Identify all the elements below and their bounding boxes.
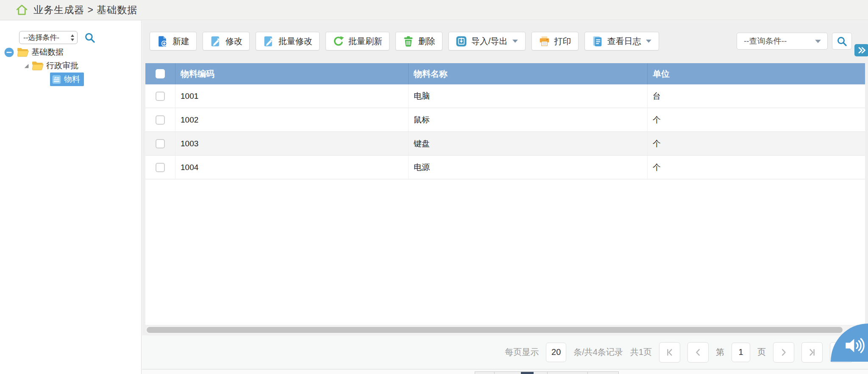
page-prefix-label: 第: [716, 346, 724, 358]
table-row[interactable]: 1003 键盘 个: [145, 132, 865, 156]
search-icon: [837, 36, 847, 47]
button-label: 删除: [418, 36, 435, 47]
table-row[interactable]: 1002 鼠标 个: [145, 108, 865, 132]
document-plus-icon: [157, 36, 168, 47]
refresh-icon: [333, 36, 344, 47]
tree-node-label: 基础数据: [31, 47, 64, 58]
button-label: 打印: [554, 36, 571, 47]
cell-unit: 个: [647, 132, 865, 155]
folder-open-icon: [32, 61, 44, 70]
prev-page-icon: [693, 348, 703, 357]
last-page-button[interactable]: [801, 342, 823, 363]
data-table: 物料编码 物料名称 单位 1001 电脑 台 1002 鼠标 个 1003 键盘…: [145, 63, 865, 325]
query-condition-select[interactable]: --查询条件--: [737, 33, 828, 50]
table-row[interactable]: 1004 电源 个: [145, 156, 865, 179]
expand-toolbar-button[interactable]: [854, 44, 868, 56]
records-label: 条/共4条记录: [573, 346, 623, 358]
import-export-icon: [456, 36, 467, 47]
row-checkbox[interactable]: [156, 115, 165, 125]
condition-select-value: --选择条件-: [23, 33, 59, 42]
batch-refresh-button[interactable]: 批量刷新: [326, 32, 389, 50]
toolbar: 新建 修改 批量修改 批量刷新: [150, 32, 852, 50]
tree-node-root[interactable]: 基础数据: [0, 45, 141, 59]
top-header: 业务生成器 > 基础数据: [0, 0, 868, 20]
button-label: 导入/导出: [471, 36, 508, 47]
caret-down-icon: [512, 39, 518, 43]
row-checkbox[interactable]: [156, 163, 165, 172]
page-number-input[interactable]: [732, 343, 750, 362]
folder-open-icon: [17, 47, 29, 57]
cell-name: 电源: [408, 156, 647, 179]
batch-edit-button[interactable]: 批量修改: [256, 32, 320, 50]
breadcrumb: 业务生成器 > 基础数据: [33, 3, 137, 17]
table-row[interactable]: 1001 电脑 台: [145, 84, 865, 108]
query-search-button[interactable]: [832, 33, 852, 50]
horizontal-scrollbar[interactable]: [145, 325, 865, 335]
last-page-icon: [807, 348, 817, 357]
collapse-icon[interactable]: [4, 47, 14, 58]
sidebar: --选择条件-: [0, 21, 142, 374]
print-button[interactable]: 打印: [531, 32, 579, 50]
select-all-checkbox[interactable]: [156, 69, 165, 78]
tree-node-label: 物料: [64, 74, 80, 85]
cell-name: 鼠标: [408, 108, 647, 131]
cell-unit: 个: [647, 156, 865, 179]
log-icon: [592, 36, 603, 47]
caret-down-icon: [815, 39, 821, 44]
button-label: 修改: [225, 36, 242, 47]
new-button[interactable]: 新建: [150, 32, 197, 50]
bottom-partial-button: [521, 372, 534, 374]
button-label: 新建: [172, 36, 189, 47]
main-content: 新建 修改 批量修改 批量刷新: [142, 21, 868, 374]
cell-code: 1003: [175, 132, 408, 155]
double-chevron-right-icon: [858, 47, 866, 54]
button-label: 查看日志: [607, 36, 641, 47]
first-page-button[interactable]: [659, 342, 680, 363]
total-pages-label: 共1页: [630, 346, 652, 358]
page-suffix-label: 页: [757, 346, 766, 358]
select-all-checkbox-cell: [145, 63, 175, 84]
document-icon: [52, 75, 61, 84]
document-pencil-icon: [263, 36, 274, 47]
row-checkbox[interactable]: [156, 139, 165, 148]
scrollbar-thumb[interactable]: [147, 327, 843, 333]
import-export-button[interactable]: 导入/导出: [448, 32, 526, 50]
cell-name: 键盘: [408, 132, 647, 155]
search-icon: [84, 32, 95, 43]
cell-name: 电脑: [408, 84, 647, 108]
cell-unit: 台: [647, 84, 865, 108]
view-log-button[interactable]: 查看日志: [584, 32, 659, 50]
per-page-input[interactable]: [546, 343, 566, 362]
speaker-icon: [844, 336, 865, 355]
edit-button[interactable]: 修改: [203, 32, 250, 50]
home-icon[interactable]: [15, 3, 28, 17]
column-header-unit[interactable]: 单位: [647, 63, 865, 84]
select-updown-icon: [70, 34, 75, 42]
document-pencil-icon: [210, 36, 221, 47]
printer-icon: [539, 36, 550, 47]
expand-triangle-icon[interactable]: [24, 63, 29, 69]
column-header-name[interactable]: 物料名称: [408, 63, 647, 84]
button-label: 批量修改: [278, 36, 312, 47]
caret-down-icon: [645, 39, 652, 43]
next-page-button[interactable]: [773, 342, 794, 363]
cell-unit: 个: [647, 108, 865, 131]
query-condition-value: --查询条件--: [744, 36, 787, 47]
row-checkbox[interactable]: [156, 92, 165, 101]
cell-code: 1004: [175, 156, 408, 179]
delete-button[interactable]: 删除: [395, 32, 442, 50]
trash-icon: [403, 36, 414, 47]
column-header-code[interactable]: 物料编码: [175, 63, 408, 84]
first-page-icon: [665, 348, 674, 357]
prev-page-button[interactable]: [687, 342, 709, 363]
tree-node-child[interactable]: 行政审批: [0, 59, 141, 73]
table-header-row: 物料编码 物料名称 单位: [145, 63, 865, 84]
per-page-label: 每页显示: [505, 346, 539, 358]
bottom-partial-toolbar: [475, 371, 619, 374]
tree-node-label: 行政审批: [46, 60, 78, 71]
sidebar-search-button[interactable]: [84, 32, 95, 43]
button-label: 批量刷新: [348, 36, 382, 47]
condition-select[interactable]: --选择条件-: [19, 31, 78, 44]
cell-code: 1002: [175, 108, 408, 131]
tree-node-leaf-selected[interactable]: 物料: [0, 73, 141, 86]
